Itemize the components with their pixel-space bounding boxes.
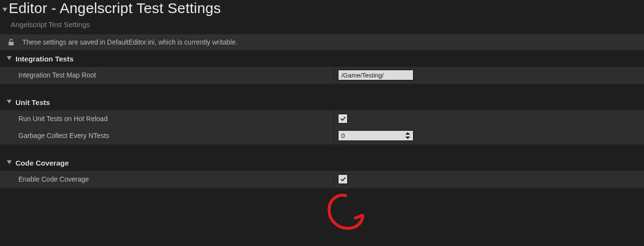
section-title-integration: Integration Tests <box>15 55 74 63</box>
chevron-down-icon <box>7 160 13 166</box>
save-info-text: These settings are saved in DefaultEdito… <box>22 38 237 46</box>
chevron-down-icon <box>7 100 13 106</box>
spinner-unit-gc[interactable]: 0 <box>338 130 414 141</box>
checkbox-coverage-enable[interactable] <box>338 174 348 184</box>
svg-rect-0 <box>9 42 14 46</box>
row-integration-map-root: Integration Test Map Root <box>0 67 644 84</box>
input-integration-map-root[interactable] <box>338 70 414 80</box>
row-unit-gc: Garbage Collect Every NTests 0 <box>0 127 644 144</box>
spinner-arrows-icon[interactable] <box>404 131 411 140</box>
label-unit-hot-reload: Run Unit Tests on Hot Reload <box>0 110 334 127</box>
section-header-integration[interactable]: Integration Tests <box>0 50 644 67</box>
section-title-coverage: Code Coverage <box>15 159 69 167</box>
checkbox-unit-hot-reload[interactable] <box>338 114 348 123</box>
row-coverage-enable: Enable Code Coverage <box>0 171 644 188</box>
save-info-bar: These settings are saved in DefaultEdito… <box>0 34 644 50</box>
chevron-down-icon <box>7 56 13 62</box>
unlock-icon <box>7 38 15 46</box>
page-title: Editor - Angelscript Test Settings <box>8 0 221 16</box>
section-header-unit[interactable]: Unit Tests <box>0 93 644 110</box>
label-coverage-enable: Enable Code Coverage <box>0 171 334 187</box>
section-header-coverage[interactable]: Code Coverage <box>0 154 644 171</box>
label-integration-map-root: Integration Test Map Root <box>0 67 334 83</box>
label-unit-gc: Garbage Collect Every NTests <box>0 127 334 144</box>
page-subtitle: Angelscript Test Settings <box>0 16 644 34</box>
settings-panel: Editor - Angelscript Test Settings Angel… <box>0 0 644 246</box>
row-unit-hot-reload: Run Unit Tests on Hot Reload <box>0 110 644 127</box>
spinner-unit-gc-value: 0 <box>341 132 345 139</box>
section-title-unit: Unit Tests <box>15 98 50 107</box>
title-row: Editor - Angelscript Test Settings <box>0 0 644 16</box>
title-expander[interactable] <box>2 7 8 13</box>
